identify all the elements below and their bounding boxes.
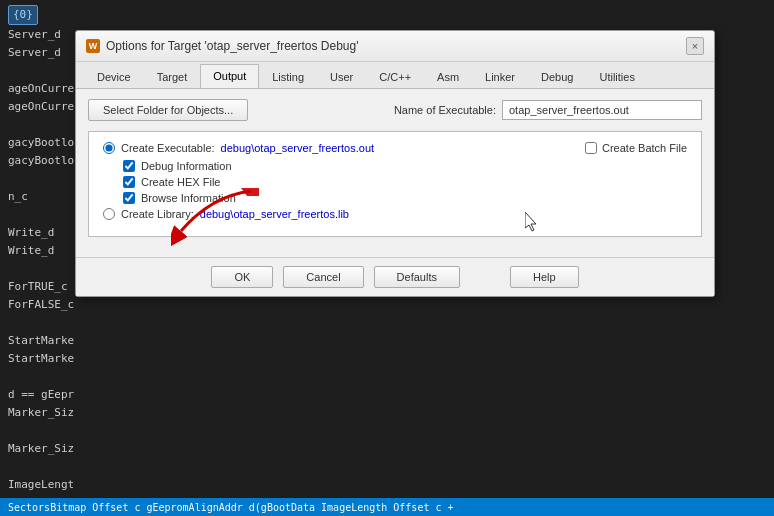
create-hex-checkbox[interactable] xyxy=(123,176,135,188)
tab-utilities[interactable]: Utilities xyxy=(586,65,647,88)
create-batch-row: Create Batch File xyxy=(585,142,687,154)
create-library-radio[interactable] xyxy=(103,208,115,220)
options-dialog: W Options for Target 'otap_server_freert… xyxy=(75,30,715,297)
cancel-button[interactable]: Cancel xyxy=(283,266,363,288)
code-line-geepr: d == gEepr xyxy=(0,386,774,404)
dialog-body: Select Folder for Objects... Name of Exe… xyxy=(76,89,714,257)
dialog-title-left: W Options for Target 'otap_server_freert… xyxy=(86,39,359,53)
dialog-title: Options for Target 'otap_server_freertos… xyxy=(106,39,359,53)
options-box: Create Executable: debug\otap_server_fre… xyxy=(88,131,702,237)
code-line-startmarker1: StartMarke xyxy=(0,332,774,350)
browse-info-label: Browse Information xyxy=(141,192,236,204)
browse-info-row: Browse Information xyxy=(123,192,687,204)
tab-bar: Device Target Output Listing User C/C++ … xyxy=(76,62,714,89)
create-library-row: Create Library: debug\otap_server_freert… xyxy=(103,208,687,220)
defaults-button[interactable]: Defaults xyxy=(374,266,460,288)
highlight-chip: {0} xyxy=(8,5,38,25)
dialog-icon: W xyxy=(86,39,100,53)
executable-path: debug\otap_server_freertos.out xyxy=(221,142,375,154)
tab-asm[interactable]: Asm xyxy=(424,65,472,88)
code-line-markersize1: Marker_Siz xyxy=(0,404,774,422)
tab-debug[interactable]: Debug xyxy=(528,65,586,88)
top-row: Select Folder for Objects... Name of Exe… xyxy=(88,99,702,121)
executable-name-input[interactable] xyxy=(502,100,702,120)
code-line-markersize2: Marker_Siz xyxy=(0,440,774,458)
dialog-titlebar: W Options for Target 'otap_server_freert… xyxy=(76,31,714,62)
code-line-forfalse: ForFALSE_c xyxy=(0,296,774,314)
debug-info-label: Debug Information xyxy=(141,160,232,172)
help-button[interactable]: Help xyxy=(510,266,579,288)
tab-listing[interactable]: Listing xyxy=(259,65,317,88)
create-batch-checkbox[interactable] xyxy=(585,142,597,154)
code-line-imagelen1: ImageLengt xyxy=(0,476,774,494)
create-executable-radio[interactable] xyxy=(103,142,115,154)
dialog-footer: OK Cancel Defaults Help xyxy=(76,257,714,296)
create-batch-label: Create Batch File xyxy=(602,142,687,154)
tab-user[interactable]: User xyxy=(317,65,366,88)
sub-options: Debug Information Create HEX File Browse… xyxy=(123,160,687,204)
create-hex-row: Create HEX File xyxy=(123,176,687,188)
status-bar-text: SectorsBitmap Offset c gEepromAlignAddr … xyxy=(8,502,454,513)
tab-target[interactable]: Target xyxy=(144,65,201,88)
create-executable-label: Create Executable: xyxy=(121,142,215,154)
code-line-blank8 xyxy=(0,422,774,440)
name-of-executable-label: Name of Executable: xyxy=(394,104,496,116)
code-line-blank6 xyxy=(0,314,774,332)
library-path: debug\otap_server_freertos.lib xyxy=(200,208,349,220)
select-folder-button[interactable]: Select Folder for Objects... xyxy=(88,99,248,121)
browse-info-checkbox[interactable] xyxy=(123,192,135,204)
tab-output[interactable]: Output xyxy=(200,64,259,88)
ok-button[interactable]: OK xyxy=(211,266,273,288)
tab-cpp[interactable]: C/C++ xyxy=(366,65,424,88)
code-line-blank9 xyxy=(0,458,774,476)
create-hex-label: Create HEX File xyxy=(141,176,220,188)
tab-linker[interactable]: Linker xyxy=(472,65,528,88)
debug-info-checkbox[interactable] xyxy=(123,160,135,172)
tab-device[interactable]: Device xyxy=(84,65,144,88)
code-line-blank7 xyxy=(0,368,774,386)
create-batch-area: Create Batch File xyxy=(585,142,687,162)
code-line-1: {0} xyxy=(0,4,774,26)
create-library-label: Create Library: xyxy=(121,208,194,220)
close-button[interactable]: × xyxy=(686,37,704,55)
code-line-startmarker2: StartMarke xyxy=(0,350,774,368)
